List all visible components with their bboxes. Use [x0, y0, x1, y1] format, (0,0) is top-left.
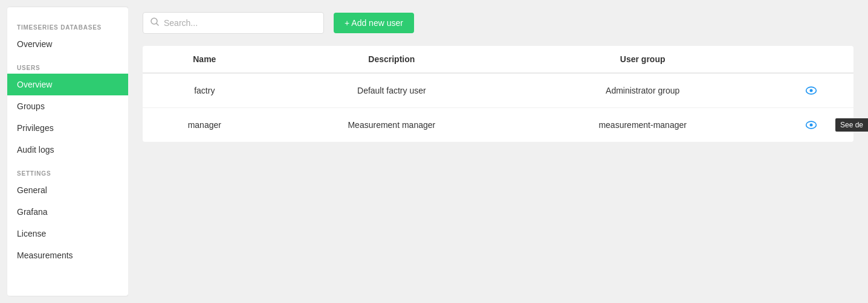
view-details-button[interactable]	[803, 116, 820, 133]
cell-actions	[768, 73, 853, 108]
col-user-group: User group	[517, 46, 768, 73]
view-details-button[interactable]	[803, 82, 820, 99]
col-description: Description	[267, 46, 517, 73]
search-box	[143, 12, 324, 34]
main-content: + Add new user Name Description User gro…	[128, 0, 868, 303]
sidebar-section-timeseries: TIMESERIES DATABASES	[7, 19, 128, 33]
svg-point-5	[809, 124, 812, 127]
users-table: Name Description User group factry Defau…	[143, 46, 853, 142]
cell-user-group: measurement-manager	[517, 108, 768, 142]
svg-point-3	[809, 89, 812, 92]
sidebar-section-settings: SETTINGS	[7, 165, 128, 179]
sidebar-item-users-overview[interactable]: Overview	[7, 74, 128, 95]
sidebar-item-settings-general[interactable]: General	[7, 179, 128, 201]
cell-description: Measurement manager	[267, 108, 517, 142]
toolbar: + Add new user	[143, 12, 853, 34]
sidebar-item-users-privileges[interactable]: Privileges	[7, 117, 128, 139]
sidebar: TIMESERIES DATABASES Overview USERS Over…	[7, 7, 128, 296]
cell-name: manager	[143, 108, 267, 142]
search-input[interactable]	[164, 18, 316, 28]
table-row: factry Default factry user Administrator…	[143, 73, 853, 108]
col-actions	[768, 46, 853, 73]
table-header-row: Name Description User group	[143, 46, 853, 73]
sidebar-item-db-overview[interactable]: Overview	[7, 33, 128, 55]
svg-line-1	[157, 24, 158, 25]
cell-name: factry	[143, 73, 267, 108]
table-row: manager Measurement manager measurement-…	[143, 108, 853, 142]
see-details-tooltip: See de	[835, 118, 868, 132]
search-icon	[151, 18, 159, 28]
sidebar-item-settings-license[interactable]: License	[7, 223, 128, 244]
col-name: Name	[143, 46, 267, 73]
sidebar-item-settings-measurements[interactable]: Measurements	[7, 244, 128, 266]
sidebar-section-users: USERS	[7, 60, 128, 74]
sidebar-item-users-groups[interactable]: Groups	[7, 95, 128, 117]
add-new-user-button[interactable]: + Add new user	[334, 13, 414, 33]
cell-description: Default factry user	[267, 73, 517, 108]
sidebar-item-settings-grafana[interactable]: Grafana	[7, 201, 128, 223]
cell-user-group: Administrator group	[517, 73, 768, 108]
sidebar-item-users-audit-logs[interactable]: Audit logs	[7, 139, 128, 161]
